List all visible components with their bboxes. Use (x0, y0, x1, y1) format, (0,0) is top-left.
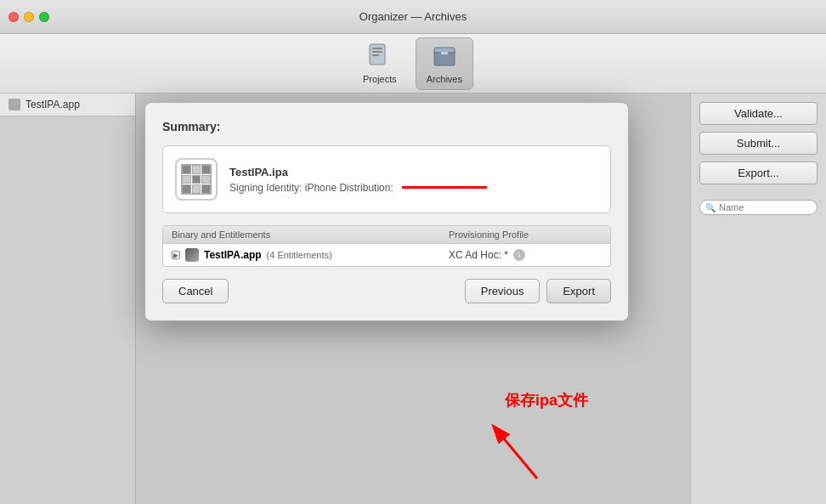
archives-label: Archives (427, 74, 462, 84)
archives-icon (431, 43, 458, 71)
cancel-button[interactable]: Cancel (162, 279, 229, 303)
svg-line-8 (495, 428, 537, 479)
right-panel: Validate... Submit... Export... 🔍 (690, 93, 826, 504)
maximize-button[interactable] (39, 12, 49, 22)
grid-cell (201, 184, 211, 194)
arrow-svg (469, 411, 571, 487)
binary-table: Binary and Entitlements Provisioning Pro… (162, 225, 611, 267)
grid-cell (182, 165, 191, 174)
archives-tab[interactable]: Archives (416, 37, 473, 90)
projects-label: Projects (363, 74, 397, 84)
svg-rect-1 (372, 48, 382, 49)
close-button[interactable] (8, 12, 19, 22)
grid-pattern (181, 164, 212, 195)
binary-table-header: Binary and Entitlements Provisioning Pro… (163, 226, 610, 244)
titlebar: Organizer — Archives (0, 0, 826, 34)
app-name: TestIPA.app (204, 249, 262, 261)
search-icon: 🔍 (705, 203, 716, 212)
search-input[interactable] (719, 202, 812, 212)
svg-rect-6 (441, 52, 448, 54)
window-title: Organizer — Archives (359, 10, 467, 23)
svg-rect-3 (372, 54, 379, 56)
export-button[interactable]: Export (546, 279, 611, 303)
binary-table-row[interactable]: ▶ TestIPA.app (4 Entitlements) XC Ad Hoc… (163, 244, 610, 266)
right-export-button[interactable]: Export... (699, 161, 818, 184)
profile-value: XC Ad Hoc: * (449, 249, 508, 261)
ipa-info-box: TestIPA.ipa Signing Identity: iPhone Dis… (162, 145, 611, 213)
col-binary-header: Binary and Entitlements (172, 229, 449, 240)
dialog-overlay: Summary: (136, 93, 690, 504)
grid-cell (201, 175, 211, 184)
main-area: TestIPA.app Summary: (0, 93, 826, 504)
dialog: Summary: (144, 102, 629, 321)
content-area: Summary: (136, 93, 690, 504)
grid-cell (192, 184, 201, 194)
svg-rect-2 (372, 51, 382, 53)
ipa-file-icon (175, 158, 218, 201)
window-controls (8, 12, 49, 22)
validate-button[interactable]: Validate... (699, 102, 818, 125)
minimize-button[interactable] (24, 12, 34, 22)
col-profile-header: Provisioning Profile (449, 229, 602, 240)
projects-tab[interactable]: Projects (353, 38, 407, 89)
app-small-icon (185, 248, 199, 262)
info-icon[interactable]: i (513, 249, 525, 261)
sidebar-item-label: TestIPA.app (25, 99, 80, 110)
expand-arrow-icon[interactable]: ▶ (172, 251, 180, 259)
entitlements-count: (4 Entitlements) (267, 250, 332, 260)
sidebar-item-testipa[interactable]: TestIPA.app (0, 93, 135, 116)
annotation-text: 保存ipa文件 (505, 390, 588, 411)
signing-label: Signing Identity: iPhone Distribution: (229, 182, 393, 194)
app-icon (8, 99, 20, 110)
ipa-icon-inner (181, 164, 212, 195)
binary-col1: ▶ TestIPA.app (4 Entitlements) (172, 248, 449, 262)
ipa-details: TestIPA.ipa Signing Identity: iPhone Dis… (229, 166, 487, 194)
grid-cell (201, 165, 211, 174)
dialog-btn-group: Previous Export (465, 279, 611, 303)
grid-cell (192, 175, 201, 184)
binary-col2: XC Ad Hoc: * i (449, 249, 602, 261)
dialog-title: Summary: (162, 120, 611, 133)
submit-button[interactable]: Submit... (699, 132, 818, 155)
redline-annotation (402, 186, 487, 189)
grid-cell (192, 165, 201, 174)
toolbar: Projects Archives (0, 34, 826, 93)
grid-cell (182, 175, 191, 184)
ipa-filename: TestIPA.ipa (229, 166, 487, 178)
projects-icon (366, 43, 393, 71)
previous-button[interactable]: Previous (465, 279, 540, 303)
search-box[interactable]: 🔍 (699, 200, 818, 215)
sidebar: TestIPA.app (0, 93, 136, 504)
dialog-buttons: Cancel Previous Export (162, 279, 611, 303)
grid-cell (182, 184, 191, 194)
ipa-signing: Signing Identity: iPhone Distribution: (229, 182, 487, 194)
